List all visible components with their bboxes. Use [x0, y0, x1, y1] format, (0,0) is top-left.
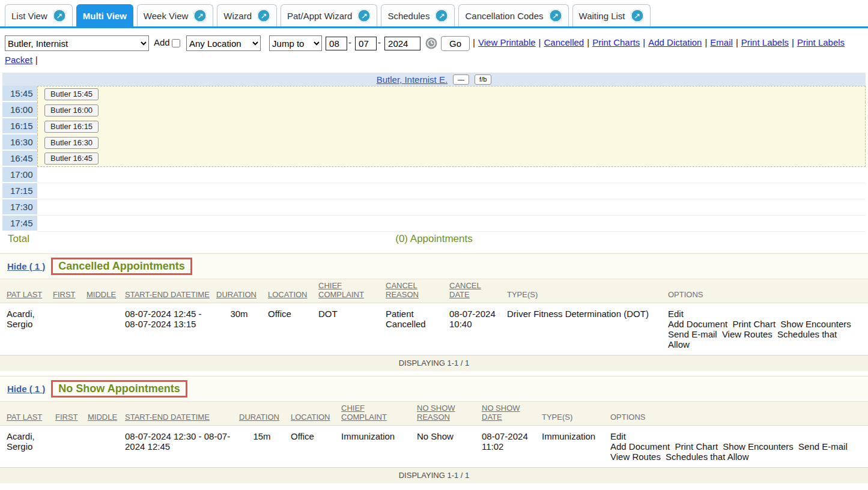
tab-wizard[interactable]: Wizard ↗ — [217, 4, 277, 26]
option-show-encounters[interactable]: Show Encounters — [723, 441, 794, 452]
cancelled-link[interactable]: Cancelled — [544, 37, 584, 47]
time-slot-15-45[interactable]: 15:45 — [2, 86, 37, 102]
option-show-encounters[interactable]: Show Encounters — [780, 319, 851, 329]
time-slot-16-15[interactable]: 16:15 — [2, 118, 37, 135]
option-add-document[interactable]: Add Document — [610, 441, 670, 452]
tab-waiting-list[interactable]: Waiting List ↗ — [572, 4, 651, 26]
section-head: Hide ( 1 ) Cancelled Appointments — [0, 254, 868, 279]
print-labels-link[interactable]: Print Labels — [741, 37, 789, 47]
slot-button-butler-16-30[interactable]: Butler 16:30 — [44, 137, 99, 149]
column-header-first[interactable]: FIRST — [53, 279, 86, 303]
cell-duration: 15m — [239, 426, 291, 468]
date-year-input[interactable] — [384, 37, 420, 50]
column-header-pat-last[interactable]: PAT LAST — [0, 279, 53, 303]
open-new-window-icon[interactable]: ↗ — [193, 9, 207, 22]
jump-to-select[interactable]: Jump to — [269, 35, 322, 51]
column-header-no-show-date[interactable]: NO SHOW DATE — [482, 402, 542, 426]
schedule-row: 17:30 — [2, 199, 866, 216]
time-slot-17-45[interactable]: 17:45 — [2, 216, 37, 232]
column-header-middle[interactable]: MIDDLE — [88, 402, 125, 426]
empty-slot-area — [37, 216, 866, 232]
provider-select[interactable]: Butler, Internist — [5, 35, 149, 51]
time-slot-17-30[interactable]: 17:30 — [2, 199, 37, 216]
option-send-email[interactable]: Send E-mail — [668, 329, 717, 339]
column-header-chief-complaint[interactable]: CHIEF COMPLAINT — [341, 402, 417, 426]
email-link[interactable]: Email — [710, 37, 733, 47]
open-new-window-icon[interactable]: ↗ — [435, 9, 448, 22]
availability-area: Butler 16:00 — [37, 102, 866, 118]
view-printable-link[interactable]: View Printable — [478, 37, 536, 47]
provider-header-link[interactable]: Butler, Internist E. — [377, 74, 448, 85]
column-header-cancel-date[interactable]: CANCEL DATE — [449, 279, 507, 303]
tab-label: Multi View — [83, 11, 127, 21]
time-slot-16-30[interactable]: 16:30 — [2, 135, 37, 151]
add-checkbox[interactable] — [172, 39, 180, 47]
column-header-start-end-datetime[interactable]: START-END DATETIME — [125, 402, 239, 426]
hide-toggle-link[interactable]: Hide ( 1 ) — [7, 384, 45, 394]
option-print-chart[interactable]: Print Chart — [675, 441, 718, 452]
go-button[interactable]: Go — [441, 36, 470, 51]
option-add-document[interactable]: Add Document — [668, 319, 727, 329]
open-new-window-icon[interactable]: ↗ — [549, 9, 562, 22]
tab-schedules[interactable]: Schedules ↗ — [381, 4, 455, 26]
open-new-window-icon[interactable]: ↗ — [357, 9, 371, 22]
fb-button[interactable]: f/b — [475, 74, 491, 85]
cell-location: Office — [268, 303, 318, 355]
option-send-email[interactable]: Send E-mail — [798, 441, 848, 452]
date-day-input[interactable] — [355, 37, 377, 50]
slot-button-butler-16-15[interactable]: Butler 16:15 — [44, 121, 99, 133]
tab-pat-appt-wizard[interactable]: Pat/Appt Wizard ↗ — [281, 4, 377, 26]
collapse-column-button[interactable]: — — [453, 74, 469, 85]
location-select[interactable]: Any Location — [186, 35, 261, 51]
column-header-middle[interactable]: MIDDLE — [86, 279, 125, 303]
date-month-input[interactable] — [326, 37, 347, 50]
open-new-window-icon[interactable]: ↗ — [631, 9, 644, 22]
time-slot-16-00[interactable]: 16:00 — [2, 102, 37, 118]
column-header-no-show-reason[interactable]: NO SHOW REASON — [417, 402, 482, 426]
option-print-chart[interactable]: Print Chart — [732, 319, 775, 329]
cell-cancel-date: 08-07-2024 10:40 — [449, 303, 507, 355]
cell-middle — [86, 303, 125, 355]
hide-toggle-link[interactable]: Hide ( 1 ) — [7, 261, 45, 271]
time-slot-17-00[interactable]: 17:00 — [2, 167, 37, 183]
column-header-chief-complaint[interactable]: CHIEF COMPLAINT — [318, 279, 386, 303]
empty-slot-area — [37, 167, 866, 183]
add-dictation-link[interactable]: Add Dictation — [648, 37, 702, 47]
cell-chief-complaint: DOT — [318, 303, 386, 355]
column-header-duration[interactable]: DURATION — [216, 279, 268, 303]
time-slot-16-45[interactable]: 16:45 — [2, 151, 37, 167]
open-new-window-icon[interactable]: ↗ — [53, 9, 66, 22]
column-header-options: OPTIONS — [668, 279, 868, 303]
option-view-routes[interactable]: View Routes — [610, 452, 661, 462]
column-header-pat-last[interactable]: PAT LAST — [0, 402, 55, 426]
column-header-location[interactable]: LOCATION — [268, 279, 318, 303]
cell-middle — [88, 426, 125, 468]
open-new-window-icon[interactable]: ↗ — [257, 9, 270, 22]
print-charts-link[interactable]: Print Charts — [592, 37, 640, 47]
tab-multi-view[interactable]: Multi View — [76, 4, 133, 26]
clock-icon[interactable] — [425, 37, 437, 49]
option-edit[interactable]: Edit — [668, 309, 684, 319]
slot-button-butler-15-45[interactable]: Butler 15:45 — [44, 88, 99, 100]
displaying-status: DISPLAYING 1-1 / 1 — [0, 467, 868, 483]
slot-button-butler-16-45[interactable]: Butler 16:45 — [44, 153, 99, 165]
column-header-cancel-reason[interactable]: CANCEL REASON — [386, 279, 449, 303]
cell-options: Edit Add Document Print Chart Show Encou… — [668, 303, 868, 355]
tab-week-view[interactable]: Week View ↗ — [137, 4, 213, 26]
tab-label: List View — [11, 11, 47, 21]
column-header-types: TYPE(S) — [507, 279, 668, 303]
time-slot-17-15[interactable]: 17:15 — [2, 183, 37, 199]
column-header-location[interactable]: LOCATION — [291, 402, 341, 426]
add-label: Add — [154, 37, 170, 47]
column-header-duration[interactable]: DURATION — [239, 402, 291, 426]
tab-list-view[interactable]: List View ↗ — [5, 4, 73, 26]
tab-cancellation-codes[interactable]: Cancellation Codes ↗ — [458, 4, 568, 26]
option-view-routes[interactable]: View Routes — [722, 329, 772, 339]
option-schedules-that-allow[interactable]: Schedules that Allow — [666, 452, 748, 462]
column-header-start-end-datetime[interactable]: START-END DATETIME — [125, 279, 216, 303]
table-header-row: PAT LAST FIRST MIDDLE START-END DATETIME… — [0, 402, 868, 426]
option-edit[interactable]: Edit — [610, 431, 626, 441]
slot-button-butler-16-00[interactable]: Butler 16:00 — [44, 104, 99, 116]
tab-label: Schedules — [387, 11, 429, 21]
column-header-first[interactable]: FIRST — [55, 402, 88, 426]
